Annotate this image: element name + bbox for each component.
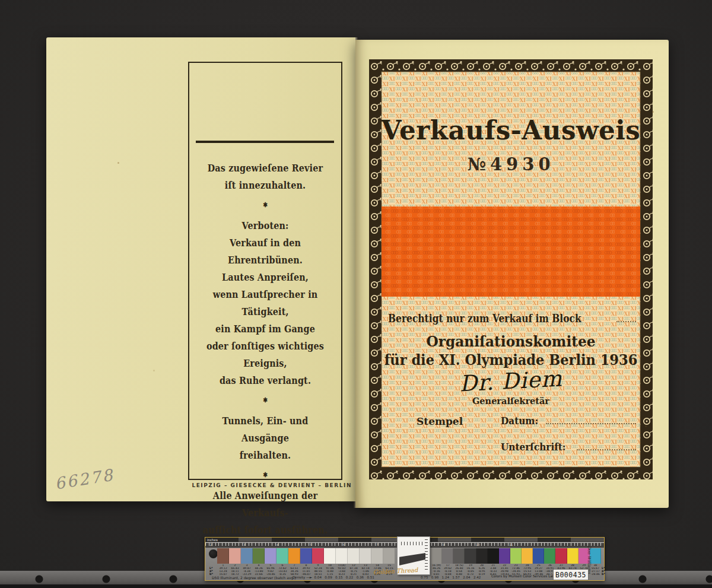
ruler-number: 10 — [476, 543, 509, 546]
committee-name-line1: Organiſationskomitee — [379, 333, 643, 350]
target-ticks — [401, 542, 425, 545]
serial-number-box: B000435 — [553, 569, 589, 580]
dotted-fill-line — [577, 449, 636, 450]
paper-speck — [652, 111, 654, 113]
color-patch — [510, 548, 522, 564]
dotted-fill-line — [546, 423, 636, 424]
paper-speck — [117, 162, 119, 164]
color-patch — [488, 548, 499, 564]
rules-line: Das zugewieſene Revier — [198, 160, 332, 177]
color-patch — [348, 548, 360, 564]
rules-line: ein Kampf im Gange — [198, 320, 332, 338]
separator-star: ✱ — [198, 202, 332, 208]
rules-line: oder ſonſtiges wichtiges Ereignis, — [198, 338, 332, 372]
ruler-number: 3 — [243, 543, 276, 546]
ruler-number: 2 — [210, 543, 243, 546]
block-entitlement-row: Berechtigt nur zum Verkauf im Block — [388, 312, 637, 325]
rules-line: Alle Anweiſungen der Verkaufs- — [198, 487, 332, 522]
scanner-track-edge — [0, 584, 712, 588]
color-calibration-target: inches 234567891011 L*a*b* 1234567891011… — [205, 537, 605, 581]
rules-divider-rule — [196, 141, 334, 143]
permit-card: XI XI — [369, 59, 653, 479]
color-patch — [499, 548, 510, 564]
printer-credit: LEIPZIG – GIESECKE & DEVRIENT – BERLIN — [192, 482, 336, 488]
color-patch — [253, 548, 265, 564]
date-label: Datum: — [501, 415, 538, 427]
color-patch — [300, 548, 312, 564]
ruler-number: 9 — [443, 543, 476, 546]
color-patch — [241, 548, 253, 564]
block-entitlement-label: Berechtigt nur zum Verkauf im Block — [388, 312, 581, 325]
lab-row-label: b* — [602, 573, 605, 576]
rules-line: Verboten: — [198, 217, 332, 234]
dotted-fill-line — [616, 321, 636, 322]
signature-field-label: Unterſchrift: — [501, 441, 566, 453]
permit-number: №4930 — [369, 154, 653, 174]
ruler-number: 4 — [276, 543, 310, 546]
rules-line: Verkauf in den Ehrentribünen. — [198, 234, 332, 269]
ruler-number: 11 — [509, 543, 542, 546]
lab-row-labels-right: L*a*b* — [602, 567, 605, 576]
color-patch — [276, 548, 288, 564]
color-patches-left — [217, 548, 395, 564]
color-patch — [288, 548, 300, 564]
scan-stage: Das zugewieſene Revieriſt innezuhalten.✱… — [0, 0, 712, 588]
color-patch — [383, 548, 395, 564]
density-values-left: Density —► 0.04 0.09 0.15 0.22 0.36 0.51 — [293, 576, 374, 579]
munsell-credit: Colors by Munsell Color Services Lab — [491, 574, 555, 578]
target-scale — [425, 539, 428, 570]
color-patch — [453, 548, 465, 564]
rules-line: Lautes Anpreiſen, — [198, 269, 332, 286]
ruler-number: 6 — [343, 543, 376, 546]
color-patches-right — [431, 548, 601, 564]
pencil-inventory-number: 66278 — [53, 465, 116, 492]
color-patch — [522, 548, 533, 564]
lab-table-left: 39.1265.4349.8744.2665.9672.6263.5139.92… — [217, 567, 395, 576]
signature-row: Unterſchrift: — [501, 441, 637, 453]
color-patch — [567, 548, 578, 564]
rules-line: iſt innezuhalten. — [198, 177, 332, 194]
inches-label: inches — [207, 538, 218, 542]
density-values-right: 0.75 0.98 1.24 1.57 2.04 2.42 — [421, 576, 481, 579]
fiducial-dot-left — [209, 549, 218, 558]
color-patch — [265, 548, 276, 564]
color-patch — [533, 548, 544, 564]
color-patch — [465, 548, 476, 564]
paper-speck — [645, 425, 647, 427]
illuminant-note: D50 Illuminant, 2 degree observer (batch… — [212, 576, 296, 580]
color-patch — [312, 548, 324, 564]
color-patch — [544, 548, 555, 564]
color-patch — [371, 548, 383, 564]
color-patch — [442, 548, 453, 564]
separator-star: ✱ — [198, 472, 332, 478]
rules-line: aufſicht ſofort ausführen. — [198, 522, 332, 539]
separator-star: ✱ — [198, 397, 332, 403]
signature-title: Generalſekretär — [369, 396, 653, 406]
paper-speck — [153, 370, 155, 371]
date-row: Datum: — [501, 415, 637, 427]
rules-line: das Ruhe verlangt. — [198, 372, 332, 389]
color-patch — [476, 548, 488, 564]
color-patch — [431, 548, 442, 564]
permit-title: Verkaufs-Ausweis — [373, 115, 649, 146]
stamp-label: Stempel — [417, 415, 463, 427]
color-patch — [229, 548, 241, 564]
rules-line: freihalten. — [198, 447, 332, 464]
rules-line: Tunnels, Ein- und Ausgänge — [198, 412, 332, 447]
color-patch — [360, 548, 371, 564]
booklet-left-page: Das zugewieſene Revieriſt innezuhalten.✱… — [46, 37, 355, 501]
color-patch — [336, 548, 348, 564]
serial-number: B000435 — [555, 571, 586, 579]
color-patch — [555, 548, 567, 564]
rules-line: wenn Lautſprecher in Tätigkeit, — [198, 286, 332, 320]
ruler-number: 5 — [310, 543, 343, 546]
target-wedge — [399, 552, 425, 565]
color-patch — [217, 548, 229, 564]
lab-row-labels-left: L*a*b* — [209, 567, 213, 576]
rules-box: Das zugewieſene Revieriſt innezuhalten.✱… — [188, 62, 342, 480]
booklet-right-page: XI XI — [355, 40, 669, 508]
color-patch — [324, 548, 336, 564]
